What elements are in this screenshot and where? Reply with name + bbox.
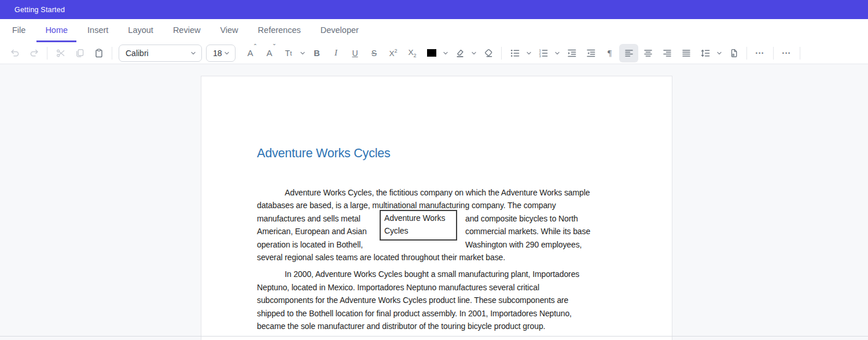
cut-button[interactable]	[51, 44, 70, 62]
document-page[interactable]: Adventure Works Cycles Adventure Works C…	[201, 76, 672, 340]
paragraph-line: operation is located in Bothell,	[257, 238, 380, 251]
font-name-combobox[interactable]: Calibri	[119, 45, 202, 62]
bullets-button[interactable]	[505, 44, 524, 62]
wrap-left-column: manufactures and sells metal American, E…	[257, 212, 380, 251]
chevron-down-icon	[526, 50, 532, 56]
paragraph-line: became the sole manufacturer and distrib…	[257, 320, 615, 332]
chevron-down-icon	[471, 50, 477, 56]
tab-references[interactable]: References	[249, 19, 310, 42]
document-editor-app: Getting Started File Home Insert Layout …	[0, 0, 868, 340]
font-color-button[interactable]	[422, 44, 441, 62]
inline-text-box[interactable]: Adventure Works Cycles	[380, 210, 457, 241]
numbered-list-icon: 123	[538, 48, 549, 58]
paragraph-line: manufactures and sells metal	[257, 212, 380, 225]
highlight-color-button[interactable]	[450, 44, 469, 62]
bullets-dropdown[interactable]	[524, 44, 534, 62]
chevron-down-icon	[300, 50, 306, 56]
grow-font-button[interactable]: A ˆ	[241, 44, 260, 62]
show-paragraph-marks-button[interactable]: ¶	[600, 44, 619, 62]
highlighter-icon	[455, 48, 465, 58]
align-left-icon	[624, 48, 634, 58]
document-body: Adventure Works Cycles, the fictitious c…	[257, 186, 615, 332]
paragraph-line: Neptuno, located in Mexico. Importadores…	[257, 281, 615, 294]
tab-layout[interactable]: Layout	[119, 19, 162, 42]
underline-button[interactable]: U	[345, 44, 365, 62]
italic-button[interactable]: I	[326, 44, 345, 62]
chevron-down-icon	[190, 50, 196, 56]
pilcrow-icon: ¶	[608, 48, 612, 58]
titlebar: Getting Started	[0, 0, 868, 19]
editor-bottom-border	[0, 336, 868, 337]
caret-down-icon: ˇ	[273, 45, 275, 50]
tab-developer[interactable]: Developer	[312, 19, 367, 42]
superscript-button[interactable]: X2	[384, 44, 403, 62]
strikethrough-icon: S	[372, 49, 377, 58]
paragraph-line: In 2000, Adventure Works Cycles bought a…	[257, 268, 615, 280]
toolbar-separator	[746, 47, 747, 60]
paste-button[interactable]	[89, 44, 108, 62]
decrease-indent-icon	[586, 48, 596, 58]
justify-button[interactable]	[676, 44, 696, 62]
ribbon-tabbar: File Home Insert Layout Review View Refe…	[0, 19, 868, 42]
redo-icon	[29, 48, 39, 58]
justify-icon	[681, 48, 692, 58]
paragraph-line: subcomponents for the Adventure Works Cy…	[257, 294, 615, 306]
tab-file[interactable]: File	[3, 19, 34, 42]
line-spacing-dropdown[interactable]	[715, 44, 724, 62]
font-color-swatch-icon	[427, 49, 436, 57]
paragraph-line: Washington with 290 employees,	[465, 238, 615, 251]
font-color-dropdown[interactable]	[441, 44, 450, 62]
svg-text:3: 3	[539, 54, 541, 58]
increase-indent-icon	[567, 48, 577, 58]
strikethrough-button[interactable]: S	[365, 44, 384, 62]
shrink-font-button[interactable]: A ˇ	[260, 44, 279, 62]
align-center-button[interactable]	[638, 44, 657, 62]
paragraph-line: several regional sales teams are located…	[257, 251, 615, 264]
copy-button[interactable]	[70, 44, 89, 62]
numbering-button[interactable]: 123	[534, 44, 553, 62]
subscript-button[interactable]: X2	[403, 44, 422, 62]
shrink-font-icon: A	[266, 48, 272, 58]
paragraph-line: and composite bicycles to North	[465, 212, 615, 225]
tab-view[interactable]: View	[211, 19, 247, 42]
more-options-button-2[interactable]: •••	[777, 44, 796, 62]
toolbar-separator	[112, 47, 112, 60]
grow-font-icon: A	[247, 48, 253, 58]
chevron-down-icon	[716, 50, 722, 56]
paragraph-line: commercial markets. While its base	[465, 225, 615, 238]
tab-insert[interactable]: Insert	[79, 19, 117, 42]
italic-icon: I	[334, 48, 337, 58]
align-center-icon	[643, 48, 653, 58]
change-case-button[interactable]: Tt	[279, 44, 298, 62]
paragraph-line: American, European and Asian	[257, 225, 380, 238]
more-options-button[interactable]: •••	[751, 44, 770, 62]
formatting-toolbar: Calibri 18 A ˆ A ˇ Tt B I U S X2 X2	[0, 42, 868, 64]
subscript-icon: X2	[408, 48, 416, 58]
document-heading: Adventure Works Cycles	[257, 146, 391, 161]
underline-icon: U	[352, 49, 358, 58]
caret-up-icon: ˆ	[254, 45, 256, 50]
redo-button[interactable]	[24, 44, 43, 62]
change-case-icon: T	[285, 49, 290, 58]
line-spacing-button[interactable]	[696, 44, 715, 62]
bullet-list-icon	[510, 48, 520, 58]
bold-button[interactable]: B	[307, 44, 326, 62]
text-box-content: Adventure Works Cycles	[384, 213, 445, 235]
increase-indent-button[interactable]	[562, 44, 581, 62]
chevron-down-icon	[554, 50, 560, 56]
clear-format-button[interactable]	[479, 44, 498, 62]
change-case-dropdown[interactable]	[298, 44, 307, 62]
highlight-color-dropdown[interactable]	[469, 44, 479, 62]
decrease-indent-button[interactable]	[581, 44, 600, 62]
numbering-dropdown[interactable]	[553, 44, 562, 62]
eraser-icon	[483, 48, 494, 58]
copy-format-button[interactable]	[724, 44, 743, 62]
toolbar-separator	[501, 47, 502, 60]
tab-home[interactable]: Home	[36, 19, 76, 42]
align-right-button[interactable]	[657, 44, 676, 62]
cut-icon	[56, 48, 66, 58]
font-size-combobox[interactable]: 18	[206, 45, 236, 62]
undo-button[interactable]	[5, 44, 24, 62]
tab-review[interactable]: Review	[164, 19, 209, 42]
align-left-button[interactable]	[619, 44, 638, 62]
